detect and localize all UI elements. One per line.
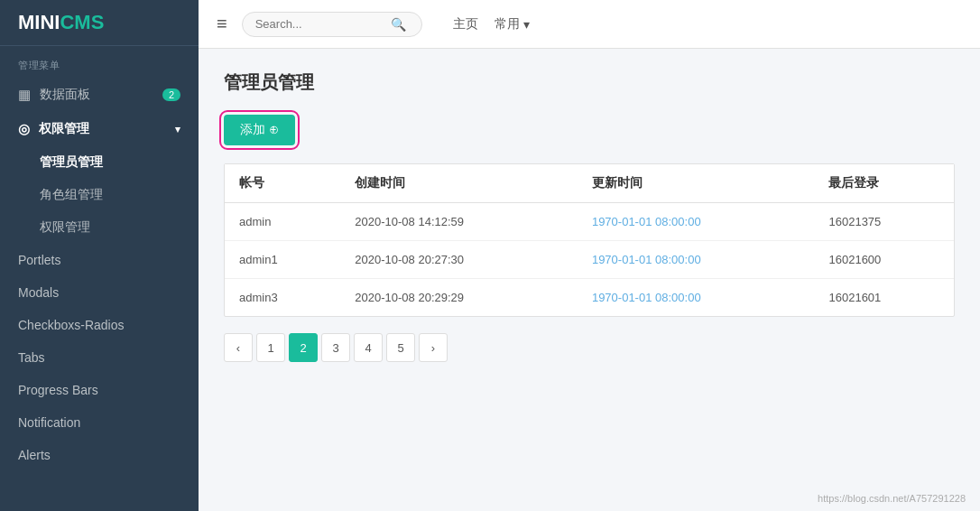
sidebar-item-label-progress: Progress Bars bbox=[18, 383, 98, 397]
cell-account: admin1 bbox=[225, 241, 340, 279]
cell-created: 2020-10-08 14:12:59 bbox=[340, 203, 578, 241]
sidebar-section-label: 管理菜单 bbox=[0, 46, 199, 78]
sidebar-item-tabs[interactable]: Tabs bbox=[0, 341, 199, 374]
pagination: ‹ 1 2 3 4 5 › bbox=[224, 317, 955, 366]
sidebar-sub-label-perm: 权限管理 bbox=[40, 219, 90, 236]
logo-text: MINICMS bbox=[18, 11, 104, 34]
cell-last-login: 16021600 bbox=[814, 241, 954, 279]
sidebar-item-label-tabs: Tabs bbox=[18, 350, 45, 365]
cell-last-login: 16021601 bbox=[814, 279, 954, 317]
sidebar-item-label-permissions: 权限管理 bbox=[39, 121, 89, 137]
sidebar-item-alerts[interactable]: Alerts bbox=[0, 439, 199, 471]
sidebar-item-label-modals: Modals bbox=[18, 285, 59, 300]
permissions-arrow: ▾ bbox=[175, 124, 180, 135]
sidebar-item-progress-bars[interactable]: Progress Bars bbox=[0, 374, 199, 406]
sidebar-sub-item-role-mgmt[interactable]: 角色组管理 bbox=[0, 179, 199, 211]
table-header-row: 帐号 创建时间 更新时间 最后登录 bbox=[225, 164, 954, 203]
topbar-nav-dropdown-arrow: ▾ bbox=[523, 17, 530, 32]
topbar-nav: 主页 常用 ▾ bbox=[446, 13, 530, 36]
sidebar-sub-item-perm-mgmt[interactable]: 权限管理 bbox=[0, 211, 199, 244]
sidebar-sub-label-role: 角色组管理 bbox=[40, 187, 103, 203]
pagination-page-1[interactable]: 1 bbox=[256, 333, 285, 362]
search-box: 🔍 bbox=[242, 12, 422, 37]
cell-updated: 1970-01-01 08:00:00 bbox=[578, 279, 815, 317]
dashboard-badge: 2 bbox=[162, 88, 180, 101]
col-created: 创建时间 bbox=[340, 164, 578, 203]
page-title: 管理员管理 bbox=[224, 70, 955, 95]
sidebar-item-portlets[interactable]: Portlets bbox=[0, 244, 199, 276]
col-account: 帐号 bbox=[225, 164, 340, 203]
cell-last-login: 16021375 bbox=[814, 203, 954, 241]
watermark: https://blog.csdn.net/A757291228 bbox=[818, 493, 966, 504]
cell-updated: 1970-01-01 08:00:00 bbox=[578, 241, 815, 279]
sidebar-sub-label-admin: 管理员管理 bbox=[40, 154, 103, 171]
cell-updated: 1970-01-01 08:00:00 bbox=[578, 203, 815, 241]
logo-cms: CMS bbox=[60, 11, 104, 33]
sidebar-item-label-portlets: Portlets bbox=[18, 253, 60, 267]
sidebar-logo: MINICMS bbox=[0, 0, 199, 46]
pagination-next[interactable]: › bbox=[419, 333, 448, 362]
table-row: admin1 2020-10-08 20:27:30 1970-01-01 08… bbox=[225, 241, 954, 279]
cell-created: 2020-10-08 20:27:30 bbox=[340, 241, 578, 279]
cell-created: 2020-10-08 20:29:29 bbox=[340, 279, 578, 317]
sidebar-item-label-alerts: Alerts bbox=[18, 448, 51, 462]
sidebar-item-modals[interactable]: Modals bbox=[0, 276, 199, 309]
col-updated: 更新时间 bbox=[578, 164, 815, 203]
sidebar-toggle-button[interactable]: ≡ bbox=[217, 14, 227, 34]
sidebar-item-dashboard[interactable]: ▦ 数据面板 2 bbox=[0, 78, 199, 112]
admin-table-wrapper: 帐号 创建时间 更新时间 最后登录 admin 2020-10-08 14:12… bbox=[224, 163, 955, 317]
cell-account: admin3 bbox=[225, 279, 340, 317]
sidebar: MINICMS 管理菜单 ▦ 数据面板 2 ◎ 权限管理 ▾ 管理员管理 角色组… bbox=[0, 0, 199, 511]
main: ≡ 🔍 主页 常用 ▾ 管理员管理 添加 ⊕ 帐号 创建时间 更新时间 bbox=[199, 0, 980, 511]
topbar-nav-common-label: 常用 bbox=[495, 16, 520, 33]
sidebar-item-label-notification: Notification bbox=[18, 415, 80, 430]
pagination-page-4[interactable]: 4 bbox=[354, 333, 383, 362]
add-admin-button[interactable]: 添加 ⊕ bbox=[224, 115, 295, 145]
admin-table: 帐号 创建时间 更新时间 最后登录 admin 2020-10-08 14:12… bbox=[225, 164, 954, 316]
sidebar-item-label-checkboxs: Checkboxs-Radios bbox=[18, 318, 125, 332]
col-last-login: 最后登录 bbox=[814, 164, 954, 203]
dashboard-icon: ▦ bbox=[18, 87, 31, 103]
pagination-page-5[interactable]: 5 bbox=[386, 333, 415, 362]
sidebar-item-label-dashboard: 数据面板 bbox=[40, 87, 90, 103]
sidebar-item-notification[interactable]: Notification bbox=[0, 406, 199, 439]
cell-account: admin bbox=[225, 203, 340, 241]
pagination-prev[interactable]: ‹ bbox=[224, 333, 253, 362]
search-icon: 🔍 bbox=[391, 17, 406, 32]
search-input[interactable] bbox=[255, 17, 391, 31]
sidebar-item-checkboxs[interactable]: Checkboxs-Radios bbox=[0, 309, 199, 341]
content-area: 管理员管理 添加 ⊕ 帐号 创建时间 更新时间 最后登录 admin 2020-… bbox=[199, 49, 980, 511]
table-row: admin3 2020-10-08 20:29:29 1970-01-01 08… bbox=[225, 279, 954, 317]
logo-mini: MINI bbox=[18, 11, 60, 33]
topbar-nav-common-dropdown[interactable]: 常用 ▾ bbox=[495, 16, 530, 33]
table-row: admin 2020-10-08 14:12:59 1970-01-01 08:… bbox=[225, 203, 954, 241]
permissions-icon: ◎ bbox=[18, 121, 30, 137]
sidebar-sub-item-admin-mgmt[interactable]: 管理员管理 bbox=[0, 146, 199, 179]
topbar: ≡ 🔍 主页 常用 ▾ bbox=[199, 0, 980, 49]
pagination-page-3[interactable]: 3 bbox=[321, 333, 350, 362]
sidebar-item-permissions[interactable]: ◎ 权限管理 ▾ bbox=[0, 112, 199, 146]
topbar-nav-home[interactable]: 主页 bbox=[446, 13, 485, 36]
pagination-page-2[interactable]: 2 bbox=[289, 333, 318, 362]
